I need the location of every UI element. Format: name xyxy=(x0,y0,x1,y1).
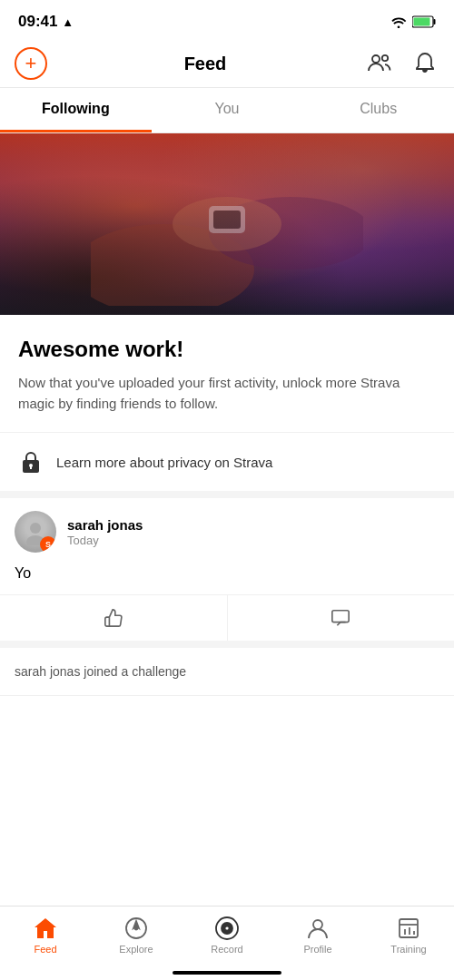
privacy-link[interactable]: Learn more about privacy on Strava xyxy=(0,432,454,498)
battery-icon xyxy=(412,15,436,28)
add-button[interactable]: + xyxy=(15,47,47,80)
svg-point-18 xyxy=(135,927,138,930)
nav-explore-label: Explore xyxy=(119,944,153,955)
activity-message: Yo xyxy=(15,565,31,581)
app-header: + Feed xyxy=(0,40,454,88)
nav-training[interactable]: Training xyxy=(363,914,454,955)
bottom-nav: Feed Explore Record xyxy=(0,906,454,980)
awesome-description: Now that you've uploaded your first acti… xyxy=(18,373,436,414)
status-time: 09:41 ▲ xyxy=(18,13,74,31)
tab-following[interactable]: Following xyxy=(0,88,152,132)
awesome-section: Awesome work! Now that you've uploaded y… xyxy=(0,315,454,432)
explore-icon xyxy=(123,916,149,941)
nav-record[interactable]: Record xyxy=(182,914,272,955)
svg-point-22 xyxy=(313,920,322,929)
svg-rect-15 xyxy=(332,611,349,622)
challenge-row[interactable]: sarah jonas joined a challenge xyxy=(0,648,454,696)
awesome-title: Awesome work! xyxy=(18,337,436,362)
record-icon xyxy=(214,916,240,941)
svg-rect-12 xyxy=(30,466,32,469)
thumbs-up-icon xyxy=(104,608,123,628)
svg-point-4 xyxy=(382,54,388,60)
activity-card: S sarah jonas Today Yo xyxy=(0,498,454,648)
svg-rect-9 xyxy=(213,211,241,229)
nav-feed-label: Feed xyxy=(34,944,56,955)
tab-you[interactable]: You xyxy=(152,88,303,132)
svg-rect-23 xyxy=(400,919,418,937)
challenge-text: sarah jonas joined a challenge xyxy=(15,664,186,679)
hero-image xyxy=(0,133,454,315)
bell-button[interactable] xyxy=(410,48,439,80)
activity-time: Today xyxy=(67,534,439,547)
nav-feed[interactable]: Feed xyxy=(0,914,91,955)
activity-actions xyxy=(0,594,454,641)
home-icon xyxy=(33,916,58,941)
training-icon xyxy=(396,916,421,941)
wifi-icon xyxy=(390,15,407,28)
lock-icon xyxy=(18,449,44,475)
comment-icon xyxy=(331,608,350,628)
nav-profile[interactable]: Profile xyxy=(272,914,363,955)
activity-user-info: sarah jonas Today xyxy=(67,517,439,547)
people-button[interactable] xyxy=(363,49,396,79)
privacy-text: Learn more about privacy on Strava xyxy=(56,455,272,470)
nav-profile-label: Profile xyxy=(303,944,331,955)
svg-point-3 xyxy=(372,55,380,63)
bell-icon xyxy=(414,52,436,74)
people-icon xyxy=(367,53,392,73)
svg-rect-2 xyxy=(414,18,430,26)
activity-content: Yo xyxy=(0,562,454,594)
nav-training-label: Training xyxy=(390,944,426,955)
header-actions xyxy=(363,48,439,80)
svg-point-13 xyxy=(30,523,41,534)
activity-username[interactable]: sarah jonas xyxy=(67,517,439,533)
nav-record-label: Record xyxy=(211,944,242,955)
profile-icon xyxy=(305,916,331,941)
add-icon: + xyxy=(25,54,37,74)
strava-badge: S xyxy=(40,536,56,553)
tab-bar: Following You Clubs xyxy=(0,88,454,133)
like-button[interactable] xyxy=(0,595,228,641)
comment-button[interactable] xyxy=(228,595,455,641)
status-bar: 09:41 ▲ xyxy=(0,0,454,40)
tab-clubs[interactable]: Clubs xyxy=(302,88,454,132)
header-title: Feed xyxy=(184,54,227,74)
nav-explore[interactable]: Explore xyxy=(91,914,182,955)
hero-illustration xyxy=(91,142,363,306)
svg-point-21 xyxy=(225,926,230,931)
activity-header: S sarah jonas Today xyxy=(0,498,454,562)
page-content: Awesome work! Now that you've uploaded y… xyxy=(0,133,454,778)
status-icons xyxy=(390,15,436,28)
avatar: S xyxy=(15,511,56,553)
home-indicator xyxy=(173,971,281,975)
svg-rect-1 xyxy=(434,19,436,24)
